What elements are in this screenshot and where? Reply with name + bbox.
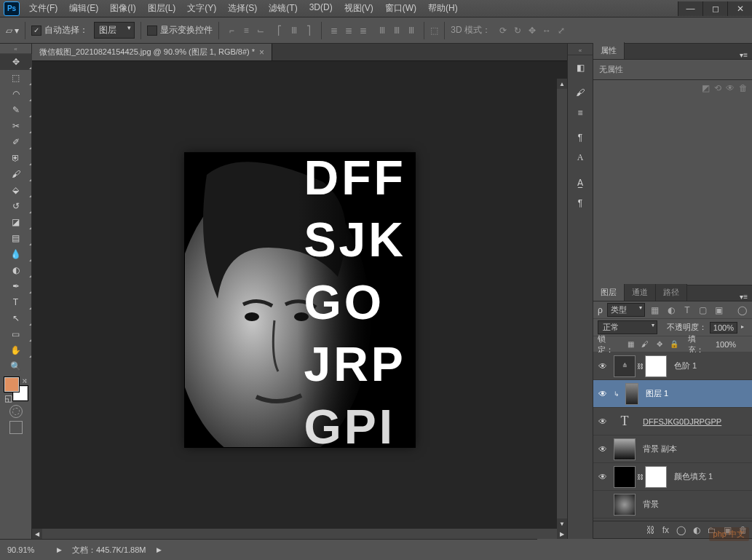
scroll-up-icon[interactable]: ▲ xyxy=(557,79,567,89)
3d-pan-icon[interactable]: ✥ xyxy=(526,24,539,37)
dist-2-icon[interactable]: ≣ xyxy=(342,24,355,37)
window-maximize-button[interactable]: ◻ xyxy=(702,1,727,16)
lock-all-icon[interactable]: 🔒 xyxy=(669,339,679,350)
blend-mode-dropdown[interactable]: 正常 xyxy=(598,320,657,334)
layer-thumb[interactable] xyxy=(625,383,638,405)
lock-pixels-icon[interactable]: 🖌 xyxy=(640,339,650,350)
default-colors-icon[interactable]: ◱ xyxy=(4,393,12,401)
filter-toggle-icon[interactable]: ◯ xyxy=(736,304,748,316)
auto-select-target-dropdown[interactable]: 图层 xyxy=(94,22,135,39)
screen-mode-toggle[interactable] xyxy=(9,421,23,434)
canvas-wrap[interactable]: DFF SJK GO JRP GPI ▲ ▼ ◀ ▶ xyxy=(32,61,567,539)
canvas[interactable]: DFF SJK GO JRP GPI xyxy=(185,153,415,447)
visibility-toggle-icon[interactable]: 👁 xyxy=(596,472,609,482)
eyedropper-tool[interactable]: ✐ xyxy=(0,134,32,150)
menu-filter[interactable]: 滤镜(T) xyxy=(263,0,303,17)
menu-select[interactable]: 选择(S) xyxy=(222,0,263,17)
brush-panel-icon[interactable]: 🖌 xyxy=(570,83,590,102)
panel-menu-icon[interactable]: ▾≡ xyxy=(735,293,752,301)
link-layers-icon[interactable]: ⛓ xyxy=(646,525,655,535)
visibility-toggle-icon[interactable]: 👁 xyxy=(596,444,609,454)
align-left-icon[interactable]: ⎡ xyxy=(273,24,286,37)
fill-value[interactable]: 100% xyxy=(716,340,736,349)
window-minimize-button[interactable]: — xyxy=(678,1,702,16)
paragraph-styles-icon[interactable]: ¶ xyxy=(570,194,590,213)
healing-tool[interactable]: ⛨ xyxy=(0,150,32,166)
layer-row[interactable]: 👁 ≙ ⛓ 色阶 1 xyxy=(593,352,752,380)
menu-view[interactable]: 视图(V) xyxy=(339,0,379,17)
layer-name[interactable]: 图层 1 xyxy=(643,388,668,399)
layers-tab[interactable]: 图层 xyxy=(593,284,625,301)
channels-tab[interactable]: 通道 xyxy=(625,284,656,301)
layer-name[interactable]: 色阶 1 xyxy=(671,360,697,371)
layer-row[interactable]: 👁 T DFFSJKG0DJRPGPP xyxy=(593,408,752,435)
dock-collapse-icon[interactable]: « xyxy=(568,47,593,55)
lock-transparency-icon[interactable]: ▦ xyxy=(625,339,636,350)
move-tool[interactable]: ✥ xyxy=(0,54,32,70)
eraser-tool[interactable]: ◪ xyxy=(0,214,32,230)
tab-close-icon[interactable]: × xyxy=(259,47,264,58)
layer-thumb-levels-icon[interactable]: ≙ xyxy=(614,355,636,377)
add-mask-icon[interactable]: ◯ xyxy=(676,525,686,535)
zoom-arrow-icon[interactable]: ▶ xyxy=(57,546,62,553)
layer-mask-thumb[interactable] xyxy=(645,466,667,488)
layer-name[interactable]: DFFSJKG0DJRPGPP xyxy=(640,417,721,426)
layer-list[interactable]: 👁 ≙ ⛓ 色阶 1 👁 ↳ 图层 1 xyxy=(593,352,752,521)
link-icon[interactable]: ⛓ xyxy=(637,473,644,481)
dist-1-icon[interactable]: ≣ xyxy=(328,24,341,37)
dist-3-icon[interactable]: ≣ xyxy=(357,24,370,37)
layer-thumb[interactable] xyxy=(614,494,636,516)
menu-window[interactable]: 窗口(W) xyxy=(379,0,422,17)
reset-icon[interactable]: ⟲ xyxy=(714,83,721,93)
align-bottom-icon[interactable]: ⌙ xyxy=(254,24,267,37)
show-transform-checkbox[interactable]: 显示变换控件 xyxy=(147,24,213,36)
gradient-tool[interactable]: ▤ xyxy=(0,230,32,246)
menu-layer[interactable]: 图层(L) xyxy=(142,0,182,17)
scroll-down-icon[interactable]: ▼ xyxy=(557,518,567,529)
pen-tool[interactable]: ✒ xyxy=(0,278,32,294)
toolbox-collapse-icon[interactable]: « xyxy=(0,45,31,54)
lock-position-icon[interactable]: ✥ xyxy=(654,339,665,350)
filter-smart-icon[interactable]: ▣ xyxy=(713,304,725,316)
filter-adjust-icon[interactable]: ◐ xyxy=(665,304,677,316)
3d-roll-icon[interactable]: ↻ xyxy=(511,24,524,37)
filter-kind-dropdown[interactable]: 类型 xyxy=(607,303,645,317)
brush-presets-panel-icon[interactable]: ≡ xyxy=(570,103,590,122)
link-icon[interactable]: ⛓ xyxy=(637,363,644,370)
layer-thumb-fill-icon[interactable] xyxy=(614,466,636,488)
paragraph-panel-icon[interactable]: ¶ xyxy=(570,128,590,147)
marquee-tool[interactable]: ⬚ xyxy=(0,70,32,86)
type-tool[interactable]: T xyxy=(0,294,32,310)
menu-3d[interactable]: 3D(D) xyxy=(304,0,339,17)
hand-tool[interactable]: ✋ xyxy=(0,342,32,358)
3d-slide-icon[interactable]: ↔ xyxy=(540,24,553,37)
lasso-tool[interactable]: ◠ xyxy=(0,86,32,102)
3d-orbit-icon[interactable]: ⟳ xyxy=(496,24,510,37)
path-select-tool[interactable]: ↖ xyxy=(0,310,32,326)
layer-name[interactable]: 背景 副本 xyxy=(640,443,677,454)
scroll-right-icon[interactable]: ▶ xyxy=(557,529,567,539)
layer-fx-icon[interactable]: fx xyxy=(662,525,669,535)
menu-image[interactable]: 图像(I) xyxy=(104,0,141,17)
dist-5-icon[interactable]: Ⅲ xyxy=(390,24,403,37)
character-styles-icon[interactable]: A̲ xyxy=(570,173,590,192)
align-vcenter-icon[interactable]: ≡ xyxy=(240,24,253,37)
history-brush-tool[interactable]: ↺ xyxy=(0,198,32,214)
character-panel-icon[interactable]: A xyxy=(570,149,590,167)
filter-type-icon[interactable]: T xyxy=(681,304,693,316)
quick-select-tool[interactable]: ✎ xyxy=(0,102,32,118)
dist-6-icon[interactable]: Ⅲ xyxy=(405,24,418,37)
menu-type[interactable]: 文字(Y) xyxy=(181,0,222,17)
foreground-color-swatch[interactable] xyxy=(4,377,19,392)
opacity-value[interactable]: 100% xyxy=(710,322,737,334)
align-top-icon[interactable]: ⌐ xyxy=(225,24,238,37)
filter-pixel-icon[interactable]: ▦ xyxy=(649,304,661,316)
zoom-level[interactable]: 90.91% xyxy=(7,545,47,554)
scroll-left-icon[interactable]: ◀ xyxy=(32,529,42,539)
auto-align-icon[interactable]: ⬚ xyxy=(430,25,438,36)
zoom-tool[interactable]: 🔍 xyxy=(0,358,32,374)
3d-zoom-icon[interactable]: ⤢ xyxy=(555,24,568,37)
scroll-track[interactable] xyxy=(42,529,557,539)
menu-help[interactable]: 帮助(H) xyxy=(422,0,464,17)
color-picker[interactable]: ⤭ ◱ xyxy=(4,377,28,401)
